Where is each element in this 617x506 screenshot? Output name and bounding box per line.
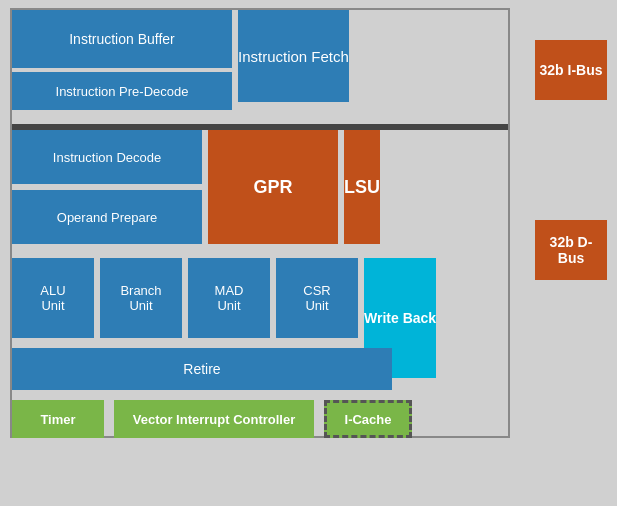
instruction-fetch-block: Instruction Fetch: [238, 10, 349, 102]
csr-unit-block: CSRUnit: [276, 258, 358, 338]
alu-unit-block: ALUUnit: [12, 258, 94, 338]
gpr-label: GPR: [253, 177, 292, 198]
operand-prepare-block: Operand Prepare: [12, 190, 202, 244]
vic-block: Vector Interrupt Controller: [114, 400, 314, 438]
branch-unit-label: BranchUnit: [120, 283, 161, 313]
timer-block: Timer: [12, 400, 104, 438]
decode-area: Instruction Decode Operand Prepare: [12, 130, 202, 244]
retire-label: Retire: [183, 361, 220, 377]
instruction-predecode-block: Instruction Pre-Decode: [12, 72, 232, 110]
mad-unit-block: MADUnit: [188, 258, 270, 338]
bus-i-block: 32b I-Bus: [535, 40, 607, 100]
lsu-block: LSU: [344, 130, 380, 244]
lsu-label: LSU: [344, 177, 380, 198]
alu-unit-label: ALUUnit: [40, 283, 65, 313]
gpr-block: GPR: [208, 130, 338, 244]
units-group: ALUUnit BranchUnit MADUnit CSRUnit: [12, 258, 358, 338]
bus-d-label: 32b D- Bus: [535, 234, 607, 266]
left-col: Instruction Buffer Instruction Pre-Decod…: [12, 10, 232, 110]
branch-unit-block: BranchUnit: [100, 258, 182, 338]
icache-label: I-Cache: [345, 412, 392, 427]
vic-label: Vector Interrupt Controller: [133, 412, 296, 427]
bus-d-block: 32b D- Bus: [535, 220, 607, 280]
instruction-predecode-label: Instruction Pre-Decode: [56, 84, 189, 99]
icache-block: I-Cache: [324, 400, 412, 438]
instruction-buffer-label: Instruction Buffer: [69, 31, 175, 47]
write-back-label: Write Back: [364, 310, 436, 326]
instruction-buffer-block: Instruction Buffer: [12, 10, 232, 68]
instruction-decode-label: Instruction Decode: [53, 150, 161, 165]
timer-label: Timer: [40, 412, 75, 427]
csr-unit-label: CSRUnit: [303, 283, 330, 313]
retire-block: Retire: [12, 348, 392, 390]
bus-i-label: 32b I-Bus: [539, 62, 602, 78]
instruction-fetch-label: Instruction Fetch: [238, 48, 349, 65]
operand-prepare-label: Operand Prepare: [57, 210, 157, 225]
instruction-decode-block: Instruction Decode: [12, 130, 202, 184]
mad-unit-label: MADUnit: [215, 283, 244, 313]
